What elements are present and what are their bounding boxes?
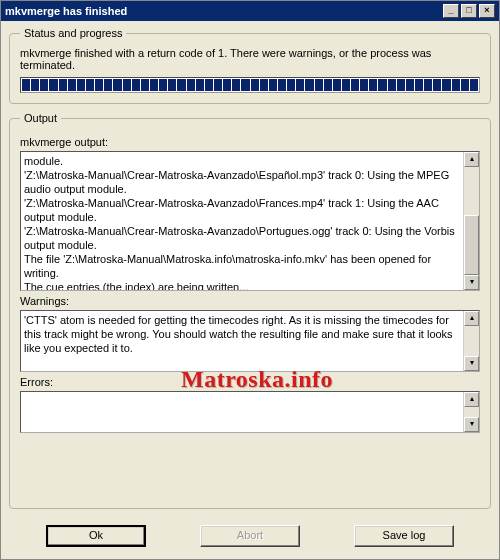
status-message: mkvmerge finished with a return code of … [20,47,480,71]
scroll-down-icon[interactable]: ▾ [464,417,479,432]
output-legend: Output [20,112,61,124]
scroll-up-icon[interactable]: ▴ [464,311,479,326]
warnings-label: Warnings: [20,295,480,307]
scroll-track[interactable] [464,167,479,275]
status-legend: Status and progress [20,27,126,39]
scroll-track[interactable] [464,407,479,417]
dialog-window: mkvmerge has finished _ □ × Status and p… [0,0,500,560]
window-title: mkvmerge has finished [5,5,127,17]
warnings-textbox-wrap: 'CTTS' atom is needed for getting the ti… [20,310,480,372]
output-label: mkvmerge output: [20,136,480,148]
output-textbox-wrap: module. 'Z:\Matroska-Manual\Crear-Matros… [20,151,480,291]
titlebar-buttons: _ □ × [443,4,495,18]
scroll-down-icon[interactable]: ▾ [464,275,479,290]
maximize-button[interactable]: □ [461,4,477,18]
abort-button: Abort [200,525,300,547]
errors-scrollbar[interactable]: ▴ ▾ [463,392,479,432]
close-button[interactable]: × [479,4,495,18]
scroll-track[interactable] [464,326,479,356]
output-group: Output mkvmerge output: module. 'Z:\Matr… [9,112,491,509]
output-scrollbar[interactable]: ▴ ▾ [463,152,479,290]
scroll-down-icon[interactable]: ▾ [464,356,479,371]
errors-textbox-wrap: ▴ ▾ [20,391,480,433]
content-area: Status and progress mkvmerge finished wi… [1,21,499,559]
progress-bar [20,77,480,93]
scroll-thumb[interactable] [464,215,479,275]
warnings-textbox[interactable]: 'CTTS' atom is needed for getting the ti… [21,311,463,371]
ok-button[interactable]: Ok [46,525,146,547]
minimize-button[interactable]: _ [443,4,459,18]
scroll-up-icon[interactable]: ▴ [464,152,479,167]
save-log-button[interactable]: Save log [354,525,454,547]
scroll-up-icon[interactable]: ▴ [464,392,479,407]
output-textbox[interactable]: module. 'Z:\Matroska-Manual\Crear-Matros… [21,152,463,290]
errors-label: Errors: [20,376,480,388]
button-row: Ok Abort Save log [9,517,491,551]
titlebar: mkvmerge has finished _ □ × [1,1,499,21]
errors-textbox[interactable] [21,392,463,432]
status-group: Status and progress mkvmerge finished wi… [9,27,491,104]
warnings-scrollbar[interactable]: ▴ ▾ [463,311,479,371]
